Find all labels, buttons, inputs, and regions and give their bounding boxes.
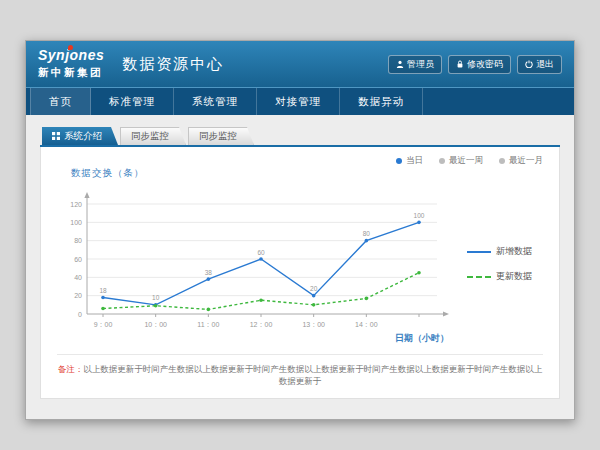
legend-updated-data[interactable]: 更新数据: [467, 270, 532, 283]
legend-last-month-label: 最近一月: [509, 155, 543, 167]
svg-text:20: 20: [74, 292, 82, 299]
svg-text:0: 0: [78, 311, 82, 318]
svg-text:20: 20: [310, 285, 318, 292]
brand-logo: Synjones 新中新集团: [38, 48, 104, 79]
content-area: 系统介绍 同步监控 同步监控 当日 最近一周: [26, 115, 574, 419]
svg-text:11：00: 11：00: [197, 321, 219, 328]
tab-bar: 系统介绍 同步监控 同步监控: [40, 127, 560, 147]
svg-text:10: 10: [152, 294, 160, 301]
legend-last-month[interactable]: 最近一月: [499, 155, 543, 167]
chart-panel: 当日 最近一周 最近一月 数据交换（条） 0204060801001209：00…: [40, 147, 560, 399]
main-nav: 首页 标准管理 系统管理 对接管理 数据异动: [26, 87, 574, 115]
admin-button-label: 管理员: [407, 58, 434, 71]
period-legend: 当日 最近一周 最近一月: [396, 155, 543, 167]
tab-sync-monitor-2[interactable]: 同步监控: [188, 127, 254, 145]
footnote-label: 备注：: [58, 364, 84, 374]
change-password-button[interactable]: 修改密码: [448, 55, 511, 74]
tab-sync-monitor-1[interactable]: 同步监控: [120, 127, 186, 145]
footnote: 备注：以上数据更新于时间产生数据以上数据更新于时间产生数据以上数据更新于时间产生…: [57, 354, 543, 388]
power-icon: [525, 60, 533, 68]
app-window: Synjones 新中新集团 数据资源中心 管理员 修改密码: [25, 40, 575, 420]
logout-button[interactable]: 退出: [517, 55, 562, 74]
header-actions: 管理员 修改密码 退出: [388, 55, 562, 74]
svg-text:12：00: 12：00: [250, 321, 273, 328]
svg-text:60: 60: [74, 256, 82, 263]
lock-icon: [456, 60, 464, 68]
svg-text:14：00: 14：00: [355, 321, 378, 328]
line-chart: 0204060801001209：0010：0011：0012：0013：001…: [57, 182, 459, 346]
legend-today-dot: [396, 158, 402, 164]
updated-data-label: 更新数据: [496, 270, 532, 283]
svg-text:9：00: 9：00: [94, 321, 113, 328]
legend-last-month-dot: [499, 158, 505, 164]
nav-item-home[interactable]: 首页: [30, 88, 91, 115]
svg-text:10：00: 10：00: [144, 321, 167, 328]
app-title: 数据资源中心: [122, 55, 224, 74]
svg-text:80: 80: [74, 237, 82, 244]
svg-text:日期（小时）: 日期（小时）: [395, 333, 449, 343]
chart-row: 0204060801001209：0010：0011：0012：0013：001…: [57, 182, 543, 346]
svg-text:80: 80: [363, 230, 371, 237]
nav-item-data-change[interactable]: 数据异动: [340, 88, 423, 115]
legend-today[interactable]: 当日: [396, 155, 423, 167]
change-password-button-label: 修改密码: [467, 58, 503, 71]
grid-icon: [52, 131, 60, 142]
new-data-line-sample: [467, 251, 491, 253]
legend-today-label: 当日: [406, 155, 423, 167]
svg-text:13：00: 13：00: [302, 321, 325, 328]
nav-item-docking-mgmt[interactable]: 对接管理: [257, 88, 340, 115]
footnote-text: 以上数据更新于时间产生数据以上数据更新于时间产生数据以上数据更新于时间产生数据以…: [83, 364, 542, 386]
nav-item-system-mgmt[interactable]: 系统管理: [174, 88, 257, 115]
admin-button[interactable]: 管理员: [388, 55, 442, 74]
svg-text:38: 38: [205, 269, 213, 276]
svg-text:100: 100: [414, 212, 425, 219]
tab-system-intro-label: 系统介绍: [64, 130, 102, 143]
nav-item-standard-mgmt[interactable]: 标准管理: [91, 88, 174, 115]
updated-data-line-sample: [467, 276, 491, 278]
svg-text:18: 18: [99, 287, 107, 294]
legend-new-data[interactable]: 新增数据: [467, 245, 532, 258]
svg-text:40: 40: [74, 274, 82, 281]
legend-last-week-label: 最近一周: [449, 155, 483, 167]
tab-sync-monitor-2-label: 同步监控: [199, 130, 237, 143]
series-legend: 新增数据 更新数据: [467, 245, 532, 283]
y-axis-title: 数据交换（条）: [71, 167, 543, 180]
svg-text:100: 100: [70, 219, 82, 226]
user-icon: [396, 60, 404, 68]
legend-last-week[interactable]: 最近一周: [439, 155, 483, 167]
svg-text:60: 60: [257, 249, 265, 256]
tab-system-intro[interactable]: 系统介绍: [42, 127, 118, 145]
svg-text:120: 120: [70, 201, 82, 208]
logo-text-en: Synjones: [38, 48, 104, 63]
legend-last-week-dot: [439, 158, 445, 164]
new-data-label: 新增数据: [496, 245, 532, 258]
top-header: Synjones 新中新集团 数据资源中心 管理员 修改密码: [26, 41, 574, 87]
tab-sync-monitor-1-label: 同步监控: [131, 130, 169, 143]
logo-text-cn: 新中新集团: [38, 66, 104, 80]
logout-button-label: 退出: [536, 58, 554, 71]
